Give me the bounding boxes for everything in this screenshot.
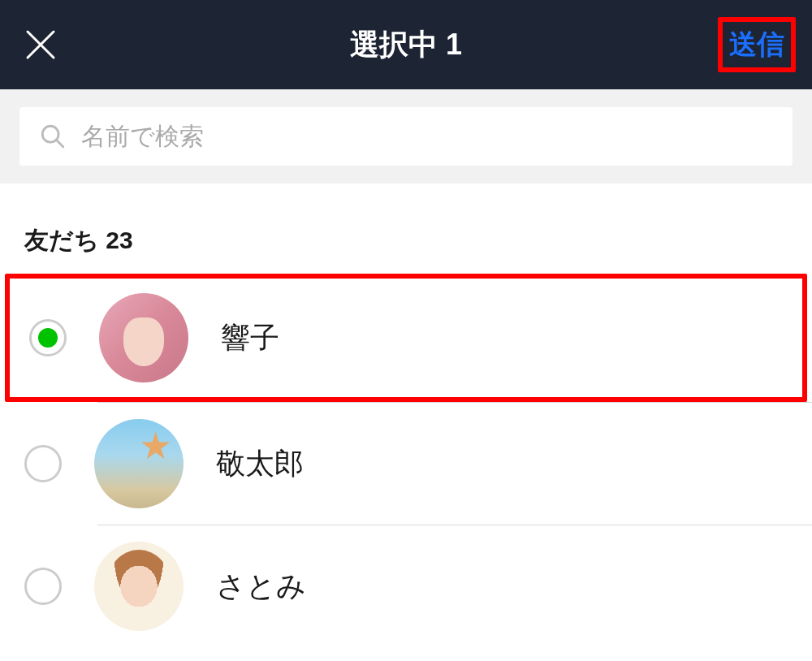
friend-name: 敬太郎 [216, 444, 304, 484]
close-icon [21, 25, 60, 64]
header-bar: 選択中 1 送信 [0, 0, 812, 89]
friend-name: さとみ [216, 567, 306, 607]
svg-line-3 [56, 140, 63, 147]
search-icon [39, 123, 67, 150]
search-section [0, 89, 812, 184]
friend-row[interactable]: 敬太郎 [0, 403, 812, 525]
avatar [94, 542, 184, 631]
search-box[interactable] [19, 107, 793, 166]
header-title: 選択中 1 [350, 25, 462, 65]
friend-row[interactable]: さとみ [0, 525, 812, 647]
send-button-highlight: 送信 [718, 17, 796, 72]
search-input[interactable] [81, 123, 773, 150]
friend-name: 響子 [221, 318, 279, 358]
friends-section: 友だち 23 響子 敬太郎 さとみ [0, 184, 812, 647]
radio-selected[interactable] [29, 319, 67, 356]
friends-count-label: 友だち 23 [0, 224, 812, 274]
avatar [99, 293, 188, 382]
radio-unselected[interactable] [24, 445, 62, 482]
send-button[interactable]: 送信 [729, 25, 784, 64]
radio-unselected[interactable] [24, 568, 62, 605]
friend-row[interactable]: 響子 [5, 274, 807, 402]
close-button[interactable] [16, 20, 65, 69]
avatar [94, 419, 184, 508]
